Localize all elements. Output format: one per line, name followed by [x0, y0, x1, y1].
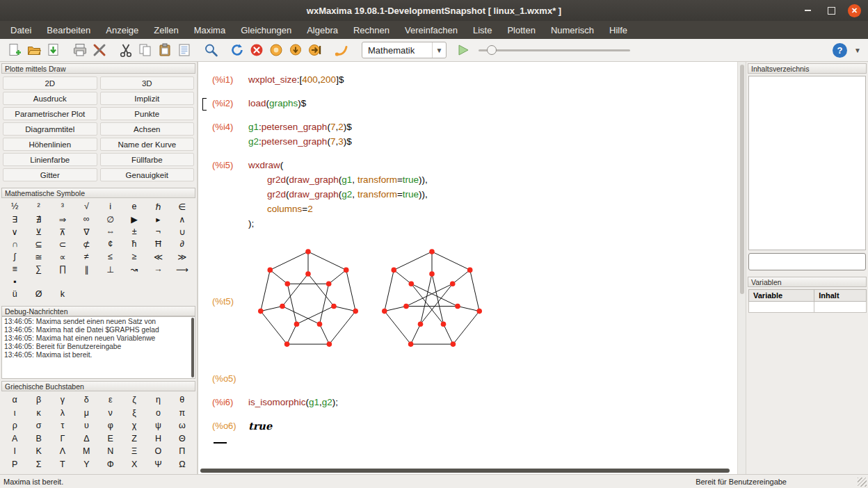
greek-letter-button[interactable]: Ο	[146, 445, 170, 458]
minimize-button[interactable]	[801, 3, 814, 17]
greek-letter-button[interactable]: Ξ	[122, 445, 146, 458]
symbol-button[interactable]: ∄	[26, 213, 50, 225]
symbol-button[interactable]: ½	[3, 200, 26, 213]
symbol-button[interactable]: ▶	[122, 213, 146, 225]
menu-item-anzeige[interactable]: Anzeige	[98, 21, 146, 39]
worksheet[interactable]: (%i1)wxplot_size:[400,200]$(%i2)load(gra…	[198, 62, 737, 467]
symbol-button[interactable]: ∈	[170, 200, 194, 213]
greek-letter-button[interactable]: θ	[170, 393, 194, 407]
menu-item-plotten[interactable]: Plotten	[499, 21, 542, 39]
mode-dropdown[interactable]: Mathematik ▼	[362, 42, 447, 58]
greek-letter-button[interactable]: Ω	[170, 458, 194, 471]
greek-letter-button[interactable]: ι	[3, 407, 26, 420]
greek-letter-button[interactable]: Θ	[170, 432, 194, 446]
greek-letter-button[interactable]: Ι	[3, 445, 26, 458]
symbol-button[interactable]: ≤	[99, 250, 122, 263]
menu-item-vereinfachen[interactable]: Vereinfachen	[397, 21, 465, 39]
symbol-button[interactable]: ≠	[74, 250, 98, 263]
menu-item-hilfe[interactable]: Hilfe	[602, 21, 635, 39]
symbol-button[interactable]: ⊥	[99, 263, 122, 275]
greek-letter-button[interactable]: σ	[26, 419, 50, 432]
symbol-button[interactable]: ²	[26, 200, 50, 213]
animation-speed-slider[interactable]	[479, 43, 630, 57]
greek-letter-button[interactable]: Β	[26, 432, 50, 446]
menu-item-algebra[interactable]: Algebra	[299, 21, 346, 39]
symbol-button[interactable]: ħ	[122, 238, 146, 250]
help-button[interactable]: ?	[833, 43, 847, 58]
draw-option-button[interactable]: Gitter	[3, 168, 97, 181]
greek-letter-button[interactable]: Κ	[26, 445, 50, 458]
greek-letter-button[interactable]: μ	[74, 407, 98, 420]
variables-column-header[interactable]: Inhalt	[814, 290, 867, 302]
interrupt-icon[interactable]	[248, 41, 266, 59]
draw-option-button[interactable]: 3D	[100, 76, 195, 90]
resize-grip[interactable]	[858, 478, 867, 487]
symbol-button[interactable]: ¬	[146, 225, 170, 238]
titlebar[interactable]: wxMaxima 19.08.1-DevelopmentSnapshot [ l…	[0, 0, 868, 21]
greek-letter-button[interactable]: ψ	[146, 419, 170, 432]
open-icon[interactable]	[25, 41, 43, 59]
greek-letter-button[interactable]: τ	[51, 419, 74, 432]
menu-item-bearbeiten[interactable]: Bearbeiten	[39, 21, 98, 39]
symbol-button[interactable]: ∫	[3, 250, 26, 263]
new-document-icon[interactable]	[6, 41, 24, 59]
symbol-button[interactable]: ∅	[99, 213, 122, 225]
greek-letter-button[interactable]: ω	[170, 419, 194, 432]
symbols-pane-header[interactable]: Mathematische Symbole	[1, 188, 195, 198]
symbol-button[interactable]: ∝	[51, 250, 74, 263]
symbol-button[interactable]: ⊻	[26, 225, 50, 238]
code-line[interactable]: wxdraw(	[248, 158, 734, 172]
symbol-button[interactable]: ℏ	[146, 200, 170, 213]
symbol-button[interactable]: ⊆	[26, 238, 50, 250]
worksheet-vertical-scrollbar[interactable]	[737, 62, 746, 474]
toc-pane-header[interactable]: Inhaltsverzeichnis	[748, 63, 867, 74]
draw-option-button[interactable]: Füllfarbe	[100, 153, 195, 166]
toolbar-overflow-icon[interactable]: ▼	[849, 47, 862, 54]
symbol-button[interactable]: ∂	[170, 238, 194, 250]
greek-letter-button[interactable]: Η	[146, 432, 170, 446]
symbol-button[interactable]: ∃	[3, 213, 26, 225]
greek-letter-button[interactable]: ζ	[122, 393, 146, 407]
evaluate-rest-icon[interactable]	[306, 41, 324, 59]
greek-letter-button[interactable]: π	[170, 407, 194, 420]
horizontal-scrollbar[interactable]	[198, 467, 737, 474]
code-line[interactable]: gr2d(draw_graph(g2, transform=true)),	[248, 187, 734, 202]
follow-icon[interactable]	[267, 41, 285, 59]
code-line[interactable]: columns=2	[248, 202, 734, 216]
draw-option-button[interactable]: Linienfarbe	[3, 153, 97, 166]
symbol-button[interactable]: ≪	[146, 250, 170, 263]
greek-letter-button[interactable]: γ	[51, 393, 74, 407]
configure-icon[interactable]	[90, 41, 108, 59]
greek-letter-button[interactable]: Σ	[26, 458, 50, 471]
greek-letter-button[interactable]: ξ	[122, 407, 146, 420]
code-line[interactable]: load(graphs)$	[248, 96, 734, 111]
code-line[interactable]: wxplot_size:[400,200]$	[248, 72, 734, 87]
symbol-button[interactable]: ±	[122, 225, 146, 238]
variables-pane-header[interactable]: Variablen	[748, 277, 867, 287]
greek-letter-button[interactable]: Α	[3, 432, 26, 446]
jump-to-error-icon[interactable]	[332, 41, 351, 59]
symbol-button[interactable]: →	[146, 263, 170, 275]
greek-letter-button[interactable]: Χ	[122, 458, 146, 471]
print-icon[interactable]	[71, 41, 89, 59]
menu-item-rechnen[interactable]: Rechnen	[346, 21, 397, 39]
draw-option-button[interactable]: Genauigkeit	[100, 168, 195, 181]
worksheet-cursor[interactable]	[214, 442, 227, 444]
symbol-button[interactable]: ∩	[3, 238, 26, 250]
greek-letter-button[interactable]: Φ	[99, 458, 122, 471]
greek-letter-button[interactable]: Γ	[51, 432, 74, 446]
debug-scrollbar[interactable]	[191, 318, 194, 377]
code-line[interactable]: g2:petersen_graph(7,3)$	[248, 134, 734, 149]
code-line[interactable]: gr2d(draw_graph(g1, transform=true)),	[248, 172, 734, 187]
greek-letter-button[interactable]: Ψ	[146, 458, 170, 471]
draw-option-button[interactable]: Ausdruck	[3, 92, 97, 105]
menu-item-datei[interactable]: Datei	[3, 21, 39, 39]
menu-item-numerisch[interactable]: Numerisch	[543, 21, 602, 39]
copy-icon[interactable]	[136, 41, 154, 59]
greek-letter-button[interactable]: υ	[74, 419, 98, 432]
save-icon[interactable]	[45, 41, 63, 59]
symbol-button[interactable]: ³	[51, 200, 74, 213]
horizontal-scrollbar-thumb[interactable]	[200, 469, 730, 473]
symbol-button[interactable]: ⇔	[99, 225, 122, 238]
symbol-button[interactable]: ⊄	[74, 238, 98, 250]
